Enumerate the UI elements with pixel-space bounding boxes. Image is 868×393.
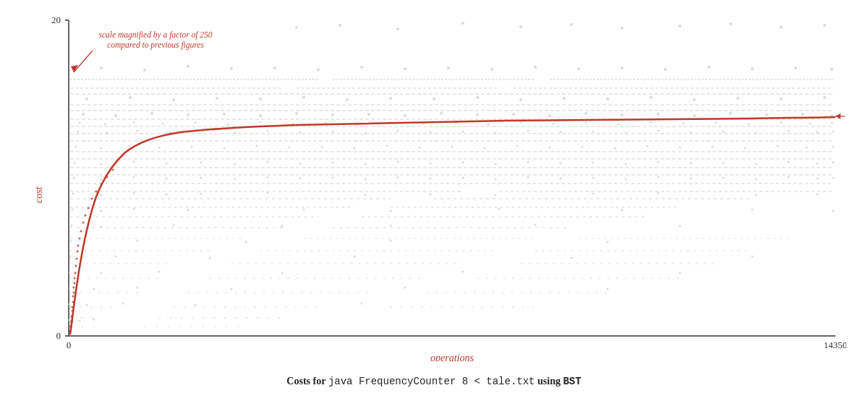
svg-point-232 (752, 209, 754, 211)
svg-point-152 (582, 146, 584, 148)
svg-point-31 (230, 67, 233, 70)
svg-point-82 (729, 112, 732, 115)
svg-point-247 (115, 256, 117, 258)
svg-point-263 (607, 288, 609, 290)
caption-mono: java FrequencyCounter 8 < tale.txt (328, 376, 535, 387)
svg-point-140 (191, 146, 193, 148)
svg-point-148 (451, 146, 454, 148)
svg-point-32 (273, 66, 276, 69)
svg-point-225 (101, 210, 103, 212)
svg-point-165 (200, 162, 203, 164)
svg-point-198 (462, 177, 464, 179)
svg-point-91 (227, 124, 229, 126)
svg-point-253 (101, 272, 103, 275)
svg-point-252 (69, 272, 71, 274)
svg-point-150 (516, 145, 519, 147)
svg-text:cost: cost (33, 186, 44, 204)
svg-point-118 (299, 131, 302, 134)
svg-point-187 (101, 178, 103, 181)
svg-point-62 (780, 98, 783, 100)
svg-point-25 (729, 22, 732, 25)
svg-point-343 (88, 207, 90, 210)
svg-point-268 (361, 303, 363, 305)
svg-point-238 (390, 225, 392, 227)
svg-point-222 (755, 194, 757, 196)
svg-point-224 (72, 209, 74, 211)
svg-point-20 (461, 22, 464, 25)
svg-point-230 (498, 208, 501, 210)
svg-point-257 (679, 272, 681, 275)
svg-point-199 (495, 178, 497, 181)
svg-point-69 (259, 114, 262, 117)
svg-point-129 (658, 130, 660, 132)
svg-point-131 (723, 131, 725, 133)
svg-point-202 (592, 177, 595, 179)
svg-point-88 (133, 121, 135, 124)
svg-point-221 (658, 192, 660, 194)
svg-point-183 (788, 161, 790, 163)
svg-point-105 (683, 123, 685, 125)
svg-point-170 (365, 163, 367, 165)
svg-point-246 (69, 256, 72, 259)
svg-point-177 (592, 162, 595, 164)
svg-point-160 (833, 146, 835, 148)
svg-point-255 (281, 272, 284, 275)
svg-point-245 (607, 241, 609, 243)
svg-point-56 (519, 98, 522, 101)
svg-point-55 (476, 96, 479, 99)
svg-point-46 (85, 98, 88, 100)
svg-point-166 (234, 163, 237, 165)
svg-point-39 (577, 67, 580, 70)
svg-text:scale magnified by a factor of: scale magnified by a factor of 250 (98, 30, 212, 40)
svg-point-149 (484, 147, 486, 150)
svg-point-195 (365, 178, 367, 181)
svg-point-142 (256, 145, 258, 147)
svg-point-169 (332, 162, 334, 164)
svg-point-208 (788, 176, 790, 178)
svg-point-207 (755, 178, 757, 181)
svg-point-191 (234, 178, 237, 181)
svg-point-190 (200, 177, 203, 179)
svg-point-66 (150, 112, 153, 115)
svg-point-134 (817, 131, 819, 134)
svg-point-47 (129, 96, 132, 99)
svg-text:20: 20 (51, 14, 61, 25)
svg-point-30 (187, 65, 190, 68)
svg-point-178 (625, 163, 627, 165)
svg-point-41 (664, 68, 667, 71)
svg-point-171 (397, 161, 399, 163)
svg-text:operations: operations (430, 353, 474, 361)
svg-point-99 (488, 124, 490, 126)
svg-point-242 (137, 240, 139, 242)
svg-point-155 (679, 147, 681, 149)
svg-point-29 (143, 69, 146, 72)
svg-point-67 (187, 113, 190, 116)
svg-point-114 (169, 131, 171, 134)
svg-point-60 (693, 98, 696, 101)
svg-point-229 (390, 210, 392, 212)
svg-point-248 (209, 257, 211, 259)
svg-point-251 (752, 256, 754, 258)
svg-point-49 (216, 97, 218, 100)
svg-point-164 (166, 163, 168, 165)
svg-point-329 (72, 295, 75, 298)
svg-text:0: 0 (67, 340, 72, 350)
svg-point-218 (430, 194, 432, 196)
svg-point-113 (137, 130, 139, 132)
svg-point-23 (621, 27, 624, 30)
svg-text:0: 0 (56, 330, 61, 341)
svg-point-213 (133, 192, 135, 194)
caption-plain: BST (563, 376, 581, 387)
svg-point-341 (82, 222, 85, 224)
svg-point-249 (354, 256, 356, 258)
svg-point-139 (158, 147, 161, 149)
svg-point-78 (584, 112, 587, 115)
svg-point-156 (712, 146, 714, 148)
svg-point-73 (404, 114, 407, 117)
svg-point-145 (354, 147, 356, 150)
svg-point-63 (823, 96, 826, 99)
svg-point-206 (723, 177, 725, 179)
svg-point-259 (93, 288, 95, 290)
svg-point-331 (73, 287, 75, 289)
svg-point-174 (495, 163, 497, 165)
